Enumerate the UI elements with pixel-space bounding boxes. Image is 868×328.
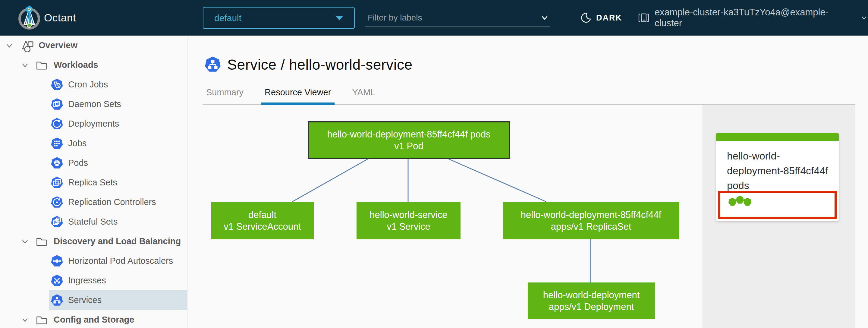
sidebar-item-services[interactable]: Services xyxy=(0,290,187,310)
sidebar-item-label: Pods xyxy=(68,158,88,168)
filter-placeholder: Filter by labels xyxy=(365,13,539,23)
sidebar-item-replication-controllers[interactable]: Replication Controllers xyxy=(0,192,187,212)
cluster-selector[interactable]: example-cluster-ka3TuTzYo4a@example-clus… xyxy=(638,0,868,36)
detail-panel: hello-world-deployment-85ff4cf44f pods xyxy=(702,105,855,328)
octant-app: Octant default Filter by labels DARK xyxy=(0,0,868,328)
page-title-text: Service / hello-world-service xyxy=(227,56,412,73)
sidebar-item-label: Jobs xyxy=(68,138,87,148)
node-label-line2: v1 ServiceAccount xyxy=(224,221,301,233)
sidebar-item-daemon-sets[interactable]: Daemon Sets xyxy=(0,94,187,114)
tab-bar: Summary Resource Viewer YAML xyxy=(206,84,376,100)
resource-graph: hello-world-deployment-85ff4cf44f pods v… xyxy=(187,105,702,328)
dark-toggle-label: DARK xyxy=(596,13,622,23)
sidebar-item-label: Workloads xyxy=(54,60,98,70)
chevron-down-icon[interactable] xyxy=(5,41,14,50)
folder-icon xyxy=(36,235,48,247)
folder-icon xyxy=(36,314,48,326)
cluster-icon xyxy=(638,12,650,24)
selected-node-card: hello-world-deployment-85ff4cf44f pods xyxy=(716,133,839,221)
sidebar-item-jobs[interactable]: Jobs xyxy=(0,133,187,153)
node-label-line1: default xyxy=(248,209,276,221)
service-icon xyxy=(51,294,63,307)
job-icon xyxy=(51,137,63,150)
pod-status-dot[interactable] xyxy=(743,198,752,206)
sidebar-item-horizontal-pod-autoscalers[interactable]: Horizontal Pod Autoscalers xyxy=(0,251,187,271)
graph-node-pods[interactable]: hello-world-deployment-85ff4cf44f pods v… xyxy=(308,121,510,159)
graph-node-service[interactable]: hello-world-service v1 Service xyxy=(356,202,461,239)
chevron-down-icon[interactable] xyxy=(21,315,30,324)
node-label-line1: hello-world-deployment-85ff4cf44f xyxy=(521,209,661,221)
sidebar-item-cron-jobs[interactable]: Cron Jobs xyxy=(0,75,187,94)
graph-node-replicaset[interactable]: hello-world-deployment-85ff4cf44f apps/v… xyxy=(503,202,679,239)
sidebar-item-label: Horizontal Pod Autoscalers xyxy=(68,256,173,266)
sidebar-item-overview[interactable]: Overview xyxy=(0,36,187,55)
caret-down-icon xyxy=(336,16,343,21)
card-status-bar xyxy=(716,133,839,141)
sidebar-item-label: Replication Controllers xyxy=(68,197,156,207)
moon-icon xyxy=(581,12,591,23)
tab-yaml[interactable]: YAML xyxy=(351,84,376,100)
node-label-line1: hello-world-service xyxy=(370,209,447,221)
main-content: Service / hello-world-service Summary Re… xyxy=(187,36,868,328)
right-edge-gutter xyxy=(855,36,868,328)
pod-status-dot[interactable] xyxy=(728,198,737,206)
app-title: Octant xyxy=(44,0,76,36)
node-label-line1: hello-world-deployment-85ff4cf44f pods xyxy=(327,128,490,140)
chevron-down-icon[interactable] xyxy=(21,237,30,246)
sidebar-item-discovery-and-load-balancing[interactable]: Discovery and Load Balancing xyxy=(0,232,187,251)
sidebar-item-label: Daemon Sets xyxy=(68,99,121,109)
node-label-line1: hello-world-deployment xyxy=(543,289,640,301)
sidebar-item-label: Config and Storage xyxy=(54,315,134,325)
cronjob-icon xyxy=(51,79,63,91)
filter-by-labels-input[interactable]: Filter by labels xyxy=(365,9,550,27)
sidebar-item-config-and-storage[interactable]: Config and Storage xyxy=(0,310,187,328)
sidebar-item-stateful-sets[interactable]: Stateful Sets xyxy=(0,212,187,232)
namespace-dropdown[interactable]: default xyxy=(203,7,355,29)
node-label-line2: v1 Pod xyxy=(394,140,424,152)
active-tab-underline xyxy=(261,102,335,105)
page-title: Service / hello-world-service xyxy=(204,56,412,73)
chevron-down-icon[interactable] xyxy=(539,13,550,23)
node-label-line2: v1 Service xyxy=(387,221,430,233)
sidebar-item-label: Stateful Sets xyxy=(68,217,118,227)
sidebar-item-label: Ingresses xyxy=(68,275,106,286)
graph-edge xyxy=(292,159,368,202)
daemonset-icon xyxy=(51,98,63,111)
graph-node-serviceaccount[interactable]: default v1 ServiceAccount xyxy=(211,202,314,239)
sidebar-item-workloads[interactable]: Workloads xyxy=(0,55,187,75)
folder-icon xyxy=(36,59,48,71)
header-bar: Octant default Filter by labels DARK xyxy=(0,0,868,36)
deployment-icon xyxy=(51,118,63,130)
octant-logo xyxy=(16,5,42,31)
card-title: hello-world-deployment-85ff4cf44f pods xyxy=(716,141,839,193)
replicationcontroller-icon xyxy=(51,196,63,209)
sidebar-item-replica-sets[interactable]: Replica Sets xyxy=(0,173,187,192)
sidebar-item-label: Overview xyxy=(38,40,78,50)
tab-summary[interactable]: Summary xyxy=(206,84,244,100)
namespace-dropdown-value: default xyxy=(214,13,336,23)
sidebar-navigation: OverviewWorkloadsCron JobsDaemon SetsDep… xyxy=(0,36,187,328)
sidebar-item-deployments[interactable]: Deployments xyxy=(0,114,187,133)
pod-icon xyxy=(51,157,63,170)
hpa-icon xyxy=(51,255,63,267)
service-kind-icon xyxy=(204,56,221,73)
pod-status-box[interactable] xyxy=(718,191,837,219)
sidebar-item-ingresses[interactable]: Ingresses xyxy=(0,271,187,290)
sidebar-item-label: Replica Sets xyxy=(68,178,117,187)
graph-node-deployment[interactable]: hello-world-deployment apps/v1 Deploymen… xyxy=(528,282,655,319)
chevron-down-icon[interactable] xyxy=(21,61,30,70)
sidebar-item-label: Discovery and Load Balancing xyxy=(54,236,181,246)
chevron-down-icon xyxy=(860,14,868,22)
cluster-selector-value: example-cluster-ka3TuTzYo4a@example-clus… xyxy=(655,7,855,29)
tab-resource-viewer[interactable]: Resource Viewer xyxy=(264,84,332,100)
ingress-icon xyxy=(51,274,63,287)
graph-edge xyxy=(448,159,546,202)
pod-status-dot[interactable] xyxy=(736,196,744,204)
node-label-line2: apps/v1 ReplicaSet xyxy=(551,221,631,233)
sidebar-item-pods[interactable]: Pods xyxy=(0,153,187,173)
sidebar-item-label: Services xyxy=(68,295,101,305)
sidebar-item-label: Cron Jobs xyxy=(68,80,108,90)
objects-icon xyxy=(21,39,34,52)
replicaset-icon xyxy=(51,176,63,189)
dark-theme-toggle[interactable]: DARK xyxy=(581,0,622,36)
